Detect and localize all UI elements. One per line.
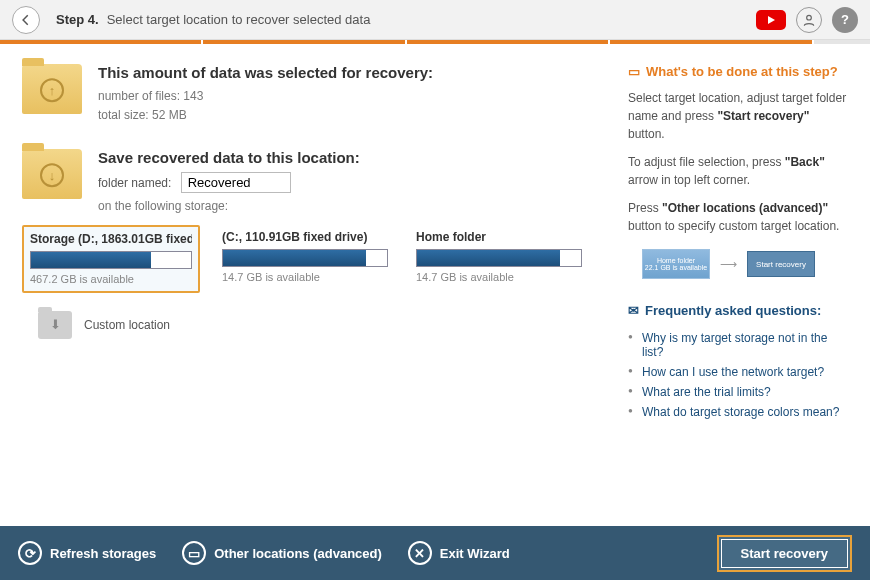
svg-point-0 (807, 15, 812, 20)
storage-name: (C:, 110.91GB fixed drive) (222, 230, 388, 244)
book-icon: ▭ (628, 64, 640, 79)
storage-bar (222, 249, 388, 267)
other-locations-button[interactable]: ▭ Other locations (advanced) (182, 541, 382, 565)
folder-name-input[interactable] (181, 172, 291, 193)
faq-section: ✉ Frequently asked questions: Why is my … (628, 303, 848, 422)
storage-avail: 14.7 GB is available (222, 271, 388, 283)
help-title: ▭ What's to be done at this step? (628, 64, 848, 79)
files-count: number of files: 143 (98, 87, 433, 106)
exit-wizard-button[interactable]: ✕ Exit Wizard (408, 541, 510, 565)
storage-bar (416, 249, 582, 267)
folder-down-icon: ↓ (22, 149, 82, 199)
arrow-left-icon (19, 13, 33, 27)
folder-grey-icon: ⬇ (38, 311, 72, 339)
faq-link[interactable]: What do target storage colors mean? (628, 402, 848, 422)
storage-avail: 467.2 GB is available (30, 273, 192, 285)
save-location-section: ↓ Save recovered data to this location: … (22, 149, 610, 216)
step-number: Step 4. (56, 12, 99, 27)
help-p3: Press "Other locations (advanced)" butto… (628, 199, 848, 235)
help-thumbnail: Home folder22.1 GB is available ⟶ Start … (642, 249, 848, 279)
storage-name: Storage (D:, 1863.01GB fixed drive) (30, 232, 192, 246)
refresh-icon: ⟳ (18, 541, 42, 565)
faq-link[interactable]: What are the trial limits? (628, 382, 848, 402)
storage-bar (30, 251, 192, 269)
chat-icon: ✉ (628, 303, 639, 318)
storage-option-home[interactable]: Home folder 14.7 GB is available (410, 225, 588, 293)
refresh-storages-button[interactable]: ⟳ Refresh storages (18, 541, 156, 565)
custom-location-label: Custom location (84, 318, 170, 332)
youtube-icon[interactable] (756, 10, 786, 30)
progress-bar (0, 40, 870, 44)
storage-label: on the following storage: (98, 197, 360, 216)
close-icon: ✕ (408, 541, 432, 565)
save-title: Save recovered data to this location: (98, 149, 360, 166)
step-title: Select target location to recover select… (107, 12, 371, 27)
storage-list: Storage (D:, 1863.01GB fixed drive) 467.… (22, 225, 610, 293)
faq-link[interactable]: Why is my target storage not in the list… (628, 328, 848, 362)
main-panel: ↑ This amount of data was selected for r… (22, 64, 628, 514)
footer-bar: ⟳ Refresh storages ▭ Other locations (ad… (0, 526, 870, 580)
storage-option-d[interactable]: Storage (D:, 1863.01GB fixed drive) 467.… (22, 225, 200, 293)
arrow-right-icon: ⟶ (720, 257, 737, 271)
side-panel: ▭ What's to be done at this step? Select… (628, 64, 848, 514)
faq-link[interactable]: How can I use the network target? (628, 362, 848, 382)
back-button[interactable] (12, 6, 40, 34)
storage-name: Home folder (416, 230, 582, 244)
thumb-start-icon: Start recovery (747, 251, 815, 277)
selected-data-section: ↑ This amount of data was selected for r… (22, 64, 610, 125)
selected-title: This amount of data was selected for rec… (98, 64, 433, 81)
header-bar: Step 4. Select target location to recove… (0, 0, 870, 40)
help-p2: To adjust file selection, press "Back" a… (628, 153, 848, 189)
total-size: total size: 52 MB (98, 106, 433, 125)
start-recovery-button[interactable]: Start recovery (717, 535, 852, 572)
thumb-storage-icon: Home folder22.1 GB is available (642, 249, 710, 279)
help-icon[interactable]: ? (832, 7, 858, 33)
faq-title: ✉ Frequently asked questions: (628, 303, 848, 318)
help-p1: Select target location, adjust target fo… (628, 89, 848, 143)
storage-option-c[interactable]: (C:, 110.91GB fixed drive) 14.7 GB is av… (216, 225, 394, 293)
user-icon[interactable] (796, 7, 822, 33)
custom-location-button[interactable]: ⬇ Custom location (22, 311, 610, 339)
storage-avail: 14.7 GB is available (416, 271, 582, 283)
folder-name-label: folder named: (98, 176, 171, 190)
folder-up-icon: ↑ (22, 64, 82, 114)
folder-icon: ▭ (182, 541, 206, 565)
